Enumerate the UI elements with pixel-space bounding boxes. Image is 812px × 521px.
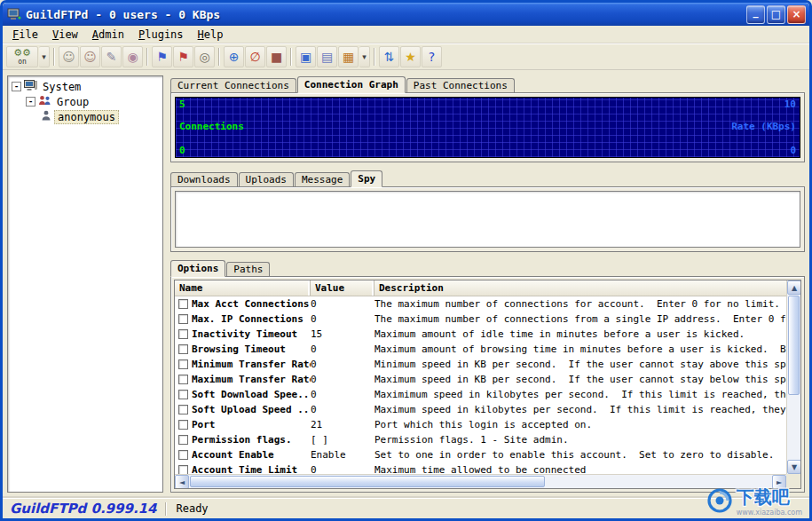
scroll-up-button[interactable]: ▲ [787,280,801,295]
option-row[interactable]: Port21Port which this login is accepted … [175,417,786,432]
menu-bar: FileViewAdminPluginsHelp [3,26,809,43]
toolbar-separator [218,48,220,66]
close-button[interactable]: × [787,5,806,24]
chevron-down-icon: ▾ [42,53,46,61]
statistics-button[interactable]: ▦ [338,46,359,67]
stop-icon: ■ [271,51,282,63]
option-checkbox[interactable] [178,435,188,445]
vertical-scrollbar-thumb[interactable] [788,296,800,395]
option-checkbox[interactable] [178,375,188,384]
menu-view[interactable]: View [45,27,85,43]
option-checkbox[interactable] [178,390,188,399]
statistics-dropdown-button[interactable]: ▾ [359,46,370,67]
menu-admin[interactable]: Admin [85,27,131,43]
option-row[interactable]: Soft Upload Speed ...0Maximum speed in k… [175,402,786,417]
option-checkbox[interactable] [178,420,188,430]
spy-user-button[interactable]: ◎ [194,46,215,67]
flag-red-icon: ⚑ [177,51,189,63]
option-row[interactable]: Permission flags.[ ]Permission flags. 1 … [175,432,786,447]
option-name: Max. IP Connections [192,313,311,325]
tree-item-system[interactable]: - System [8,79,162,94]
maximize-button[interactable]: □ [767,5,785,24]
ban-user-button[interactable]: ⚑ [173,46,193,67]
column-header-name[interactable]: Name [175,280,311,296]
option-checkbox[interactable] [178,329,188,339]
title-bar[interactable]: GuildFTPd - 0 users - 0 KBps _ □ × [3,3,809,26]
option-checkbox[interactable] [178,299,188,309]
tab-uploads[interactable]: Uploads [239,172,294,186]
online-dropdown-button[interactable]: ▾ [39,46,50,67]
option-row[interactable]: Max Acct Connections0The maximum number … [175,296,786,312]
option-row[interactable]: Account Time Limit0Maximum time allowed … [175,462,786,474]
tab-paths[interactable]: Paths [226,262,270,276]
horizontal-scrollbar-thumb[interactable] [190,476,545,487]
user-tree[interactable]: - System - [7,75,163,493]
www-services-button[interactable]: ⊕ [224,46,244,67]
menu-help[interactable]: Help [191,27,231,43]
option-checkbox[interactable] [178,465,188,474]
option-value: 15 [311,328,374,340]
stop-server-button[interactable]: ■ [266,46,287,67]
option-value: Enable [311,449,374,461]
toolbar: ⚙⚙on▾☺☺✎◉⚑⚑◎⊕∅■▣▤▦▾⇅★? [3,43,809,70]
add-user-button[interactable]: ☺ [59,46,79,67]
tab-current-connections[interactable]: Current Connections [170,78,296,92]
tab-past-connections[interactable]: Past Connections [406,78,515,92]
options-panel: Options Paths Name Value Description Max… [170,259,805,493]
minimize-button[interactable]: _ [746,5,765,24]
option-value: 0 [311,404,374,415]
option-checkbox[interactable] [178,359,188,369]
view-user-button[interactable]: ◉ [122,46,143,67]
scroll-down-button[interactable]: ▼ [787,460,801,474]
column-header-value[interactable]: Value [311,280,374,296]
horizontal-scrollbar[interactable]: ◄ ► [175,474,786,488]
option-checkbox[interactable] [178,314,188,324]
edit-user-button[interactable]: ✎ [101,46,122,67]
tab-downloads[interactable]: Downloads [170,172,238,186]
scrollbar-track[interactable] [787,396,800,460]
option-value: 0 [311,389,374,400]
help-button[interactable]: ? [422,46,442,67]
option-row[interactable]: Soft Download Spee...0Maximimum speed in… [175,387,786,402]
option-row[interactable]: Maximum Transfer Rate0Maximum speed in K… [175,372,786,387]
option-checkbox[interactable] [178,450,188,460]
user-list-button[interactable]: ▤ [317,46,337,67]
tab-message[interactable]: Message [295,172,350,186]
globe-icon: ⊕ [229,51,240,63]
right-column: Current Connections Connection Graph Pas… [170,75,805,493]
spy-output-area [175,191,800,248]
log-window-button[interactable]: ▣ [296,46,316,67]
window-title: GuildFTPd - 0 users - 0 KBps [26,8,742,21]
tab-connection-graph[interactable]: Connection Graph [297,76,406,93]
tab-spy[interactable]: Spy [351,170,382,187]
option-checkbox[interactable] [178,344,188,354]
option-row[interactable]: Account EnableEnableSet to one in order … [175,447,786,462]
option-row[interactable]: Minimum Transfer Rate0Minimum speed in K… [175,357,786,372]
deny-access-button[interactable]: ∅ [245,46,265,67]
option-checkbox[interactable] [178,405,188,414]
wizard-button[interactable]: ★ [400,46,421,67]
transfer-arrows-button[interactable]: ⇅ [379,46,399,67]
table-header: Name Value Description [175,280,786,296]
tree-collapse-icon[interactable]: - [12,82,21,91]
tab-options[interactable]: Options [170,260,225,277]
toolbar-separator [53,48,55,66]
online-toggle-button[interactable]: ⚙⚙on [6,46,38,67]
delete-user-button[interactable]: ☺ [80,46,100,67]
option-row[interactable]: Browsing Timeout0Maximum amount of brows… [175,342,786,357]
flag-blue-icon: ⚑ [156,51,168,63]
toolbar-separator [146,48,148,66]
option-row[interactable]: Max. IP Connections0The maximum number o… [175,312,786,327]
watermark-site: www.xiazaiba.com [737,509,802,517]
column-header-description[interactable]: Description [374,280,786,296]
tree-item-anonymous[interactable]: anonymous [8,109,162,124]
kick-user-button[interactable]: ⚑ [152,46,172,67]
vertical-scrollbar[interactable]: ▲ ▼ [786,280,800,474]
menu-plugins[interactable]: Plugins [131,27,191,43]
tree-item-group[interactable]: - Group [8,94,162,109]
gears-icon: ⚙⚙ [13,48,31,58]
tree-collapse-icon[interactable]: - [26,97,35,107]
scroll-left-button[interactable]: ◄ [175,475,189,489]
menu-file[interactable]: File [5,27,45,43]
option-row[interactable]: Inactivity Timeout15Maximum amount of id… [175,327,786,342]
